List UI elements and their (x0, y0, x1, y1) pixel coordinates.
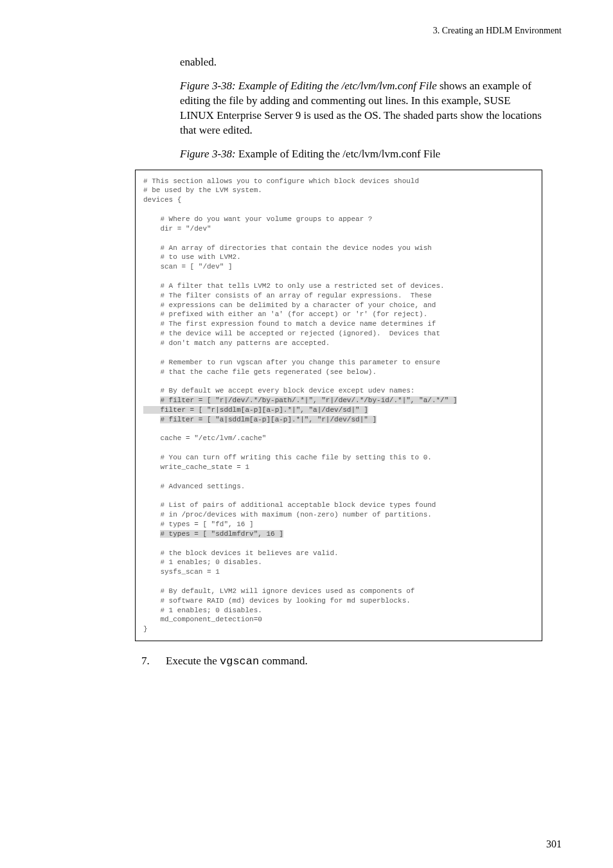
step-7: 7. Execute the vgscan command. (141, 654, 542, 669)
code-line-highlight: filter = [ "r|sddlm[a-p][a-p].*|", "a|/d… (143, 406, 368, 414)
code-line: # The filter consists of an array of reg… (143, 292, 432, 299)
code-line: # prefixed with either an 'a' (for accep… (143, 310, 427, 318)
para-intro: Figure 3-38: Example of Editing the /etc… (180, 79, 542, 138)
code-line-indent (143, 396, 160, 404)
para-enabled: enabled. (180, 55, 542, 70)
code-line: # expressions can be delimited by a char… (143, 301, 436, 309)
figure-caption: Figure 3-38: Example of Editing the /etc… (180, 147, 542, 162)
code-line: devices { (143, 196, 181, 204)
code-line: write_cache_state = 1 (143, 463, 249, 471)
code-line: # List of pairs of additional acceptable… (143, 501, 436, 509)
code-line: # 1 enables; 0 disables. (143, 558, 262, 566)
code-line: # This section allows you to configure w… (143, 177, 419, 185)
code-line-indent (143, 530, 160, 538)
code-line-indent (143, 416, 160, 423)
code-line-highlight: # types = [ "sddlmfdrv", 16 ] (160, 530, 283, 538)
running-head: 3. Creating an HDLM Environment (51, 26, 562, 36)
code-line: # types = [ "fd", 16 ] (143, 520, 254, 528)
code-line: # Where do you want your volume groups t… (143, 215, 372, 223)
figure-ref-italic: Figure 3-38: Example of Editing the /etc… (180, 80, 437, 92)
body-text-block: enabled. Figure 3-38: Example of Editing… (180, 55, 542, 162)
code-line: # A filter that tells LVM2 to only use a… (143, 282, 445, 290)
code-line: # The first expression found to match a … (143, 320, 436, 328)
code-line: # don't match any patterns are accepted. (143, 339, 330, 347)
code-line-highlight: # filter = [ "a|sddlm[a-p][a-p].*|", "r|… (160, 416, 377, 423)
code-line: # An array of directories that contain t… (143, 244, 432, 252)
code-line: # By default, LVM2 will ignore devices u… (143, 587, 414, 595)
code-line: # Remember to run vgscan after you chang… (143, 359, 440, 366)
code-line: # to use with LVM2. (143, 253, 241, 261)
code-figure-wrap: # This section allows you to configure w… (135, 170, 542, 642)
code-line: md_component_detection=0 (143, 616, 262, 623)
step-text-b: command. (259, 655, 308, 667)
code-line: # Advanced settings. (143, 483, 245, 490)
code-line: # the device will be accepted or rejecte… (143, 330, 440, 337)
code-line: scan = [ "/dev" ] (143, 263, 233, 270)
code-line: } (143, 625, 148, 633)
code-line: # By default we accept every block devic… (143, 387, 414, 394)
code-line: # You can turn off writing this cache fi… (143, 454, 432, 461)
code-line: # 1 enables; 0 disables. (143, 607, 262, 614)
code-line: # the block devices it believes are vali… (143, 549, 339, 557)
code-line: # that the cache file gets regenerated (… (143, 368, 377, 376)
figure-caption-label: Figure 3-38: (180, 148, 236, 160)
code-line: sysfs_scan = 1 (143, 568, 220, 576)
code-line: # software RAID (md) devices by looking … (143, 597, 411, 605)
page-number: 301 (546, 838, 562, 850)
page: 3. Creating an HDLM Environment enabled.… (0, 0, 613, 868)
code-line: # be used by the LVM system. (143, 186, 262, 194)
code-line-highlight: # filter = [ "r|/dev/.*/by-path/.*|", "r… (160, 396, 457, 404)
code-line: cache = "/etc/lvm/.cache" (143, 434, 266, 442)
step-number: 7. (141, 654, 154, 669)
figure-caption-text: Example of Editing the /etc/lvm/lvm.conf… (236, 148, 441, 160)
code-line: # in /proc/devices with maximum (non-zer… (143, 511, 432, 518)
code-box: # This section allows you to configure w… (135, 170, 542, 642)
step-command: vgscan (220, 655, 259, 668)
step-body: Execute the vgscan command. (166, 654, 308, 669)
step-text-a: Execute the (166, 655, 220, 667)
code-line: dir = "/dev" (143, 225, 211, 233)
